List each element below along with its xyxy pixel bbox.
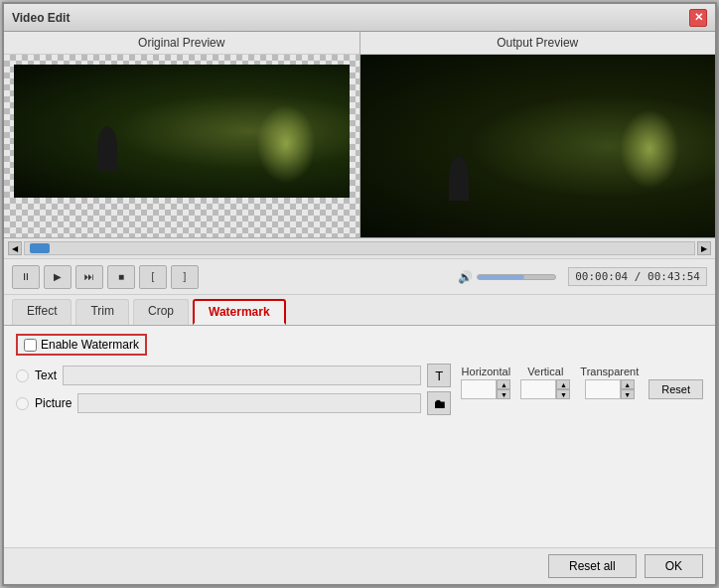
picture-browse-button[interactable]: 🖿: [427, 391, 451, 415]
vertical-input[interactable]: 0: [520, 379, 556, 399]
output-preview-panel: Output Preview: [360, 32, 716, 237]
enable-watermark-label: Enable Watermark: [41, 338, 139, 352]
reset-button[interactable]: Reset: [648, 379, 703, 399]
vertical-input-row: 0 ▲ ▼: [520, 379, 570, 399]
output-video-frame: [360, 55, 716, 237]
transparent-arrows: ▲ ▼: [621, 379, 635, 399]
text-radio[interactable]: [16, 369, 29, 382]
scrubber-indicator: [30, 243, 50, 253]
output-bright-spot: [620, 109, 679, 189]
transparent-spinner-group: Transparent 0 ▲ ▼: [580, 366, 639, 399]
window-title: Video Edit: [12, 11, 70, 25]
scrubber-left-arrow[interactable]: ◀: [8, 241, 22, 255]
ok-button[interactable]: OK: [645, 554, 703, 578]
footer-row: Reset all OK: [4, 547, 715, 584]
bright-spot: [256, 104, 316, 184]
scrubber-track[interactable]: [24, 241, 695, 255]
transparent-down-arrow[interactable]: ▼: [621, 389, 635, 399]
vertical-label: Vertical: [527, 366, 563, 377]
vertical-down-arrow[interactable]: ▼: [556, 389, 570, 399]
original-preview-content: [4, 55, 360, 237]
watermark-panel: Enable Watermark Text T Picture 🖿: [4, 326, 715, 547]
horizontal-spinner-group: Horizontal 0 ▲ ▼: [461, 366, 510, 399]
bracket-close-button[interactable]: ]: [171, 265, 199, 289]
volume-icon: 🔊: [458, 270, 473, 284]
text-format-button[interactable]: T: [427, 364, 451, 387]
watermark-top: Enable Watermark: [16, 334, 703, 356]
picture-radio[interactable]: [16, 397, 29, 410]
transparent-input[interactable]: 0: [585, 379, 621, 399]
picture-input[interactable]: [77, 393, 421, 413]
video-edit-window: Video Edit ✕ Original Preview Output Pre…: [2, 2, 717, 586]
text-row: Text T: [16, 364, 451, 387]
vertical-up-arrow[interactable]: ▲: [556, 379, 570, 389]
title-bar: Video Edit ✕: [4, 4, 715, 32]
horizontal-input[interactable]: 0: [461, 379, 497, 399]
spinners-area: Horizontal 0 ▲ ▼ Vertical 0: [461, 364, 703, 399]
tabs-row: Effect Trim Crop Watermark: [4, 295, 715, 326]
original-scene: [14, 65, 350, 198]
volume-fill: [478, 275, 524, 279]
pause-button[interactable]: ⏸: [12, 265, 40, 289]
tab-trim[interactable]: Trim: [75, 299, 129, 325]
controls-row: ⏸ ▶ ⏭ ■ [ ] 🔊 00:00:04 / 00:43:54: [4, 259, 715, 295]
close-button[interactable]: ✕: [689, 9, 707, 27]
vertical-spinner-group: Vertical 0 ▲ ▼: [520, 366, 570, 399]
output-preview-label: Output Preview: [360, 32, 716, 55]
reset-all-button[interactable]: Reset all: [548, 554, 637, 578]
stop-button[interactable]: ■: [107, 265, 135, 289]
watermark-content-row: Text T Picture 🖿 Horizontal: [16, 364, 703, 415]
text-input[interactable]: [63, 366, 421, 385]
original-preview-panel: Original Preview: [4, 32, 360, 237]
horizontal-down-arrow[interactable]: ▼: [497, 389, 510, 399]
step-forward-button[interactable]: ⏭: [75, 265, 103, 289]
time-separator: /: [635, 270, 647, 283]
output-preview-content: [360, 55, 716, 237]
volume-area: 🔊 00:00:04 / 00:43:54: [458, 267, 707, 286]
tab-crop[interactable]: Crop: [133, 299, 189, 325]
transparent-input-row: 0 ▲ ▼: [585, 379, 635, 399]
time-total: 00:43:54: [647, 270, 700, 283]
horizontal-up-arrow[interactable]: ▲: [497, 379, 510, 389]
horizontal-input-row: 0 ▲ ▼: [461, 379, 510, 399]
text-label: Text: [35, 368, 57, 382]
figure-silhouette: [97, 126, 117, 171]
transparent-up-arrow[interactable]: ▲: [621, 379, 635, 389]
watermark-left: Text T Picture 🖿: [16, 364, 451, 415]
picture-label: Picture: [35, 396, 72, 410]
tab-watermark[interactable]: Watermark: [193, 299, 286, 325]
scrubber-right-arrow[interactable]: ▶: [697, 241, 711, 255]
play-button[interactable]: ▶: [44, 265, 72, 289]
enable-watermark-checkbox[interactable]: [24, 339, 37, 352]
time-current: 00:00:04: [575, 270, 628, 283]
volume-slider[interactable]: [477, 274, 556, 280]
original-preview-label: Original Preview: [4, 32, 360, 55]
bracket-open-button[interactable]: [: [139, 265, 167, 289]
tab-effect[interactable]: Effect: [12, 299, 72, 325]
horizontal-arrows: ▲ ▼: [497, 379, 510, 399]
output-scene: [360, 55, 716, 237]
output-figure: [449, 156, 469, 201]
original-video-frame: [14, 65, 350, 198]
transparent-label: Transparent: [580, 366, 639, 377]
time-display: 00:00:04 / 00:43:54: [568, 267, 707, 286]
scrubber-row: ◀ ▶: [4, 238, 715, 259]
preview-area: Original Preview Output Preview: [4, 32, 715, 238]
horizontal-label: Horizontal: [462, 366, 511, 377]
vertical-arrows: ▲ ▼: [556, 379, 570, 399]
enable-watermark-wrapper: Enable Watermark: [16, 334, 147, 356]
picture-row: Picture 🖿: [16, 391, 451, 415]
